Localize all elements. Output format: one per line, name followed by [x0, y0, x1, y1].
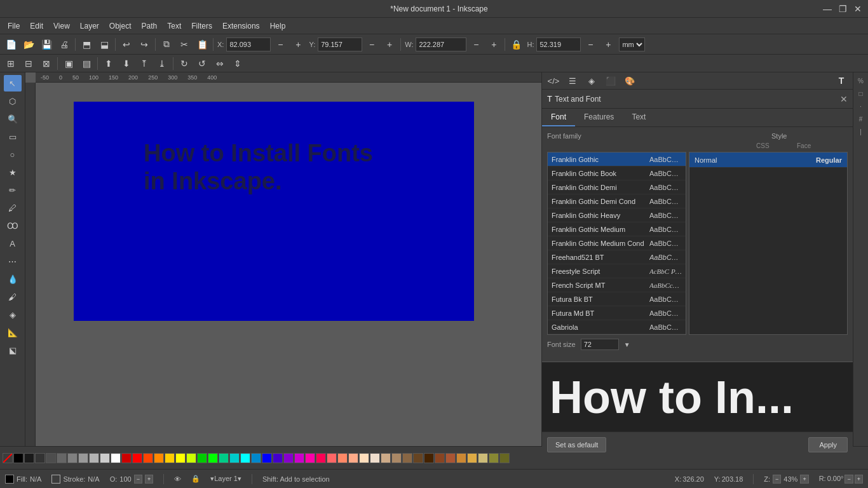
menu-text[interactable]: Text [162, 20, 186, 32]
copy-button[interactable]: ⧉ [158, 37, 175, 52]
r-plus[interactable]: + [855, 475, 863, 484]
color-brown1[interactable] [391, 453, 402, 463]
style-list-item[interactable]: NormalRegular [689, 152, 847, 168]
color-olive[interactable] [489, 453, 499, 463]
font-list-item[interactable]: Franklin Gothic Medium CondAaBbCcliPp [548, 236, 686, 250]
minimize-button[interactable]: — [822, 4, 832, 14]
font-list-item[interactable]: Franklin Gothic Demi CondAaBbCcliPp12369… [548, 194, 686, 208]
lower-bottom-btn[interactable]: ⤓ [154, 56, 170, 71]
print-button[interactable]: 🖨 [56, 37, 72, 52]
zoom-plus[interactable]: + [800, 475, 808, 484]
color-light-gray2[interactable] [100, 453, 110, 463]
flip-v-btn[interactable]: ⇕ [229, 56, 246, 71]
color-dark-gray3[interactable] [46, 453, 56, 463]
font-list-item[interactable]: Franklin Gothic BookAaBbCcliPpQq123695 [548, 166, 686, 180]
invert-btn[interactable]: ⊠ [38, 56, 55, 71]
circle-tool[interactable]: ○ [4, 146, 22, 163]
font-list-item[interactable]: Franklin Gothic DemiAaBbCcliPpQq12369$ [548, 180, 686, 194]
pen-tool[interactable]: 🖊 [4, 200, 22, 216]
font-list-item[interactable]: Futura Bk BTAaBbCcliPpQq12369$€€3;;/0 [548, 292, 686, 306]
lock-status-btn[interactable]: 🔒 [191, 475, 200, 483]
paint-tool[interactable]: 🖌 [4, 288, 22, 305]
star-tool[interactable]: ★ [4, 164, 22, 180]
menu-object[interactable]: Object [104, 20, 137, 32]
fontsize-down-icon[interactable]: ▼ [624, 341, 630, 348]
connector-tool[interactable]: ⬕ [4, 342, 22, 358]
font-list-item[interactable]: Freehand521 BTAaBbCclc9iPpQq12369$€€?…} [548, 250, 686, 264]
text-font-icon[interactable]: T [832, 72, 850, 89]
zoom-minus[interactable]: − [773, 475, 781, 484]
menu-view[interactable]: View [48, 20, 75, 32]
color-dark-gray1[interactable] [24, 453, 34, 463]
rotate-ccw-btn[interactable]: ↺ [194, 56, 210, 71]
w-plus[interactable]: + [485, 37, 502, 52]
menu-extensions[interactable]: Extensions [217, 20, 265, 32]
fill-stroke-icon[interactable]: ⬛ [602, 72, 620, 89]
select-all-btn[interactable]: ⊞ [3, 56, 19, 71]
color-none[interactable] [3, 453, 13, 463]
h-minus[interactable]: − [582, 37, 599, 52]
font-family-list[interactable]: Franklin GothicAaBbCcliPpQq123695$[…]Fra… [547, 152, 686, 335]
snap-grid-btn[interactable]: # [855, 113, 867, 125]
lower-btn[interactable]: ⬇ [118, 56, 135, 71]
eye-btn[interactable]: 👁 [174, 475, 181, 483]
color-cyan1[interactable] [229, 453, 240, 463]
select-tool[interactable]: ↖ [4, 75, 22, 92]
snap-guide-btn[interactable]: | [855, 126, 867, 137]
snap-nodes-btn[interactable]: · [855, 100, 867, 112]
export-button[interactable]: ⬓ [96, 37, 112, 52]
color-green2[interactable] [208, 453, 218, 463]
color-magenta[interactable] [294, 453, 304, 463]
color-khaki[interactable] [478, 453, 488, 463]
color-blue1[interactable] [251, 453, 261, 463]
color-rust[interactable] [435, 453, 445, 463]
document-canvas[interactable]: How to Install Fonts in Inkscape. [74, 102, 474, 321]
color-orange[interactable] [154, 453, 164, 463]
opacity-plus[interactable]: + [145, 475, 153, 484]
redo-button[interactable]: ↪ [136, 37, 153, 52]
color-light-gray1[interactable] [89, 453, 99, 463]
fontsize-input[interactable] [581, 339, 619, 350]
color-black[interactable] [13, 453, 24, 463]
color-dark-brown[interactable] [424, 453, 434, 463]
group-btn[interactable]: ▣ [60, 56, 77, 71]
canvas-viewport[interactable]: How to Install Fonts in Inkscape. [36, 83, 541, 446]
x-input[interactable] [226, 37, 271, 51]
raise-top-btn[interactable]: ⤒ [136, 56, 153, 71]
layer-indicator[interactable]: ▾Layer 1▾ [210, 475, 241, 483]
color-blue2[interactable] [262, 453, 272, 463]
color-red2[interactable] [132, 453, 142, 463]
new-button[interactable]: 📄 [3, 37, 19, 52]
w-input[interactable] [416, 37, 466, 51]
color-gray1[interactable] [57, 453, 67, 463]
color-beige[interactable] [370, 453, 380, 463]
color-brown2[interactable] [402, 453, 412, 463]
symbols-icon[interactable]: ◈ [583, 72, 600, 89]
color-rose[interactable] [316, 453, 326, 463]
color-gray2[interactable] [67, 453, 78, 463]
cut-button[interactable]: ✂ [176, 37, 193, 52]
font-list-item[interactable]: GabriolaAaBbCcliPp… [548, 320, 686, 334]
stroke-color-swatch[interactable] [51, 475, 60, 484]
color-purple2[interactable] [283, 453, 294, 463]
color-teal[interactable] [219, 453, 229, 463]
set-default-button[interactable]: Set as default [547, 437, 606, 452]
color-yellow1[interactable] [165, 453, 175, 463]
rect-tool[interactable]: ▭ [4, 128, 22, 145]
canvas-area[interactable]: -50 0 50 100 150 200 250 300 350 400 How… [25, 72, 541, 446]
font-list-item[interactable]: French Script MTAaBbCcGgQq1c3s9€…/0 [548, 278, 686, 292]
open-button[interactable]: 📂 [20, 37, 37, 52]
color-amber[interactable] [456, 453, 466, 463]
font-list-item[interactable]: Franklin Gothic MediumAaBbCcliPpQq1236 [548, 222, 686, 236]
tab-text[interactable]: Text [623, 109, 654, 126]
w-minus[interactable]: − [468, 37, 484, 52]
node-tool[interactable]: ⬡ [4, 93, 22, 109]
menu-layer[interactable]: Layer [75, 20, 104, 32]
rotate-cw-btn[interactable]: ↻ [176, 56, 193, 71]
menu-file[interactable]: File [3, 20, 25, 32]
opacity-minus[interactable]: − [134, 475, 142, 484]
color-brown3[interactable] [413, 453, 423, 463]
menu-path[interactable]: Path [137, 20, 163, 32]
font-list-item[interactable]: Freestyle ScriptAcBbC Pp 123695 %/() [548, 264, 686, 278]
zoom-tool[interactable]: 🔍 [4, 111, 22, 127]
